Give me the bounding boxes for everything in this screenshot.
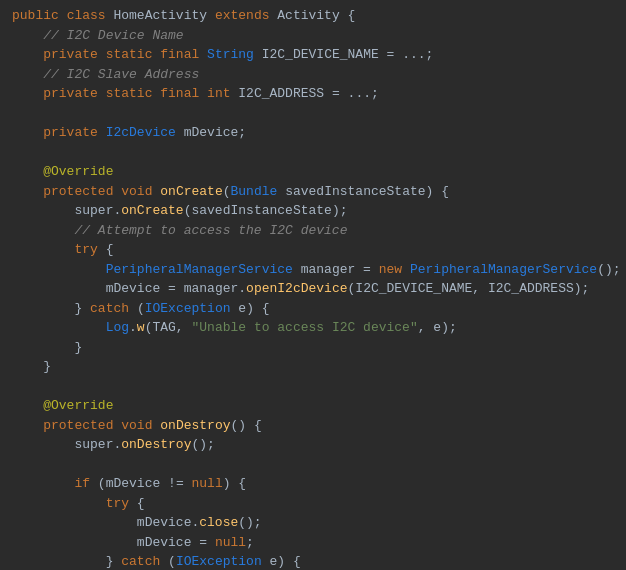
- code-line-6: [8, 104, 626, 124]
- code-line-24: [8, 455, 626, 475]
- code-line-12: // Attempt to access the I2C device: [8, 221, 626, 241]
- code-line-5: private static final int I2C_ADDRESS = .…: [8, 84, 626, 104]
- code-line-3: private static final String I2C_DEVICE_N…: [8, 45, 626, 65]
- code-line-4: // I2C Slave Address: [8, 65, 626, 85]
- code-line-15: mDevice = manager.openI2cDevice(I2C_DEVI…: [8, 279, 626, 299]
- code-line-28: mDevice = null;: [8, 533, 626, 553]
- code-line-10: protected void onCreate(Bundle savedInst…: [8, 182, 626, 202]
- code-line-19: }: [8, 357, 626, 377]
- code-line-23: super.onDestroy();: [8, 435, 626, 455]
- code-line-7: private I2cDevice mDevice;: [8, 123, 626, 143]
- code-line-13: try {: [8, 240, 626, 260]
- code-line-11: super.onCreate(savedInstanceState);: [8, 201, 626, 221]
- code-block: public class HomeActivity extends Activi…: [0, 0, 626, 570]
- code-line-16: } catch (IOException e) {: [8, 299, 626, 319]
- code-line-8: [8, 143, 626, 163]
- code-line-21: @Override: [8, 396, 626, 416]
- code-line-26: try {: [8, 494, 626, 514]
- code-line-1: public class HomeActivity extends Activi…: [8, 6, 626, 26]
- code-line-20: [8, 377, 626, 397]
- code-line-29: } catch (IOException e) {: [8, 552, 626, 570]
- code-line-14: PeripheralManagerService manager = new P…: [8, 260, 626, 280]
- code-line-9: @Override: [8, 162, 626, 182]
- code-line-25: if (mDevice != null) {: [8, 474, 626, 494]
- code-line-17: Log.w(TAG, "Unable to access I2C device"…: [8, 318, 626, 338]
- code-line-22: protected void onDestroy() {: [8, 416, 626, 436]
- code-line-18: }: [8, 338, 626, 358]
- code-line-2: // I2C Device Name: [8, 26, 626, 46]
- code-line-27: mDevice.close();: [8, 513, 626, 533]
